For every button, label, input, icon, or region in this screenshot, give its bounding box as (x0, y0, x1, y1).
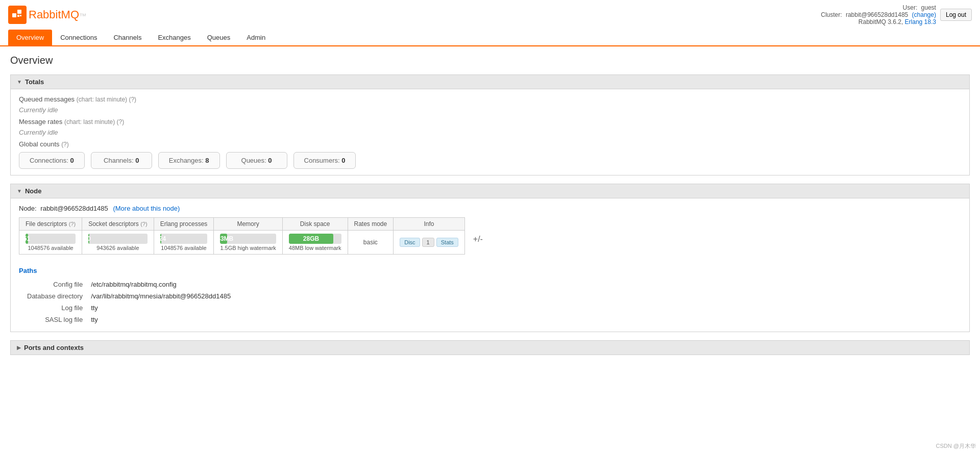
nav-item-channels[interactable]: Channels (105, 30, 150, 45)
totals-section-header[interactable]: ▼ Totals (10, 74, 970, 89)
socket-desc-cell: 0 943626 available (82, 231, 154, 255)
th-memory: Memory (214, 218, 282, 231)
nav-item-overview[interactable]: Overview (8, 30, 52, 45)
memory-cell: 143MB 1.5GB high watermark (214, 231, 282, 255)
th-rates-mode: Rates mode (348, 218, 394, 231)
exchanges-count: Exchanges: 8 (158, 152, 220, 169)
consumers-count: Consumers: 0 (293, 152, 356, 169)
ports-chevron-icon: ▶ (17, 345, 21, 350)
sasl-log-label: SASL log file (27, 314, 91, 325)
rates-mode-cell: basic (348, 231, 394, 255)
global-help: (?) (61, 141, 69, 148)
socket-desc-sub: 943626 available (88, 245, 148, 251)
log-file-row: Log file tty (27, 302, 237, 314)
erlang-proc-cell: 224 1048576 available (154, 231, 214, 255)
node-section-header[interactable]: ▼ Node (10, 184, 970, 198)
nav: Overview Connections Channels Exchanges … (0, 30, 980, 46)
idle1-row: Currently idle (19, 106, 961, 114)
th-file-desc: File descriptors (?) (19, 218, 82, 231)
disc-button[interactable]: Disc (400, 238, 420, 247)
paths-table: Config file /etc/rabbitmq/rabbitmq.confi… (27, 279, 237, 325)
nav-item-exchanges[interactable]: Exchanges (150, 30, 199, 45)
totals-chevron-icon: ▼ (17, 79, 22, 85)
info-cell: Disc 1 Stats (394, 231, 465, 255)
node-chevron-icon: ▼ (17, 188, 22, 194)
sasl-log-value: tty (91, 314, 237, 325)
plus-minus-button[interactable]: +/- (469, 235, 487, 244)
database-dir-row: Database directory /var/lib/rabbitmq/mne… (27, 290, 237, 302)
version-info: RabbitMQ 3.6.2, Erlang 18.3 (859, 18, 936, 26)
logo-icon (8, 6, 27, 24)
totals-section-body: Queued messages (chart: last minute) (?)… (10, 89, 970, 175)
nav-item-connections[interactable]: Connections (52, 30, 105, 45)
file-desc-sub: 1048576 available (26, 245, 76, 251)
queued-messages-row: Queued messages (chart: last minute) (?) (19, 95, 961, 103)
memory-bar-container: 143MB (220, 234, 276, 244)
node-more-link[interactable]: (More about this node) (113, 205, 180, 212)
th-socket-desc: Socket descriptors (?) (82, 218, 154, 231)
queued-chart-info: (chart: last minute) (77, 96, 129, 103)
stats-button[interactable]: Stats (436, 238, 458, 247)
disk-space-bar: 28GB (289, 234, 333, 244)
consumers-value: 0 (341, 157, 345, 164)
node-name: rabbit@966528dd1485 (40, 205, 108, 212)
disk-space-cell: 28GB 48MB low watermark (282, 231, 348, 255)
channels-value: 0 (135, 157, 139, 164)
node-title: Node: rabbit@966528dd1485 (More about th… (19, 205, 961, 212)
log-file-label: Log file (27, 302, 91, 314)
paths-title[interactable]: Paths (19, 267, 961, 274)
info-buttons: Disc 1 Stats (400, 238, 458, 247)
queued-help: (?) (129, 96, 136, 103)
node-prefix: Node: (19, 205, 37, 212)
logout-button[interactable]: Log out (940, 9, 972, 21)
erlang-link[interactable]: Erlang 18.3 (905, 18, 936, 26)
nav-item-queues[interactable]: Queues (199, 30, 239, 45)
file-desc-cell: 51 1048576 available (19, 231, 82, 255)
file-desc-bar: 51 (26, 234, 28, 244)
message-rates-label: Message rates (19, 118, 62, 125)
connections-count: Connections: 0 (19, 152, 85, 169)
version-line: RabbitMQ 3.6.2, Erlang 18.3 (821, 18, 936, 26)
cluster-line: Cluster: rabbit@966528dd1485 (change) (821, 11, 936, 18)
num-button[interactable]: 1 (422, 238, 434, 247)
database-dir-label: Database directory (27, 290, 91, 302)
ports-section-header[interactable]: ▶ Ports and contexts (10, 340, 970, 355)
svg-rect-0 (12, 13, 16, 17)
memory-bar: 143MB (220, 234, 227, 244)
file-desc-bar-container: 51 (26, 234, 76, 244)
global-counts-label: Global counts (19, 140, 60, 148)
svg-rect-2 (17, 15, 19, 17)
th-info: Info (394, 218, 465, 231)
disk-space-sub: 48MB low watermark (289, 245, 341, 251)
user-name: guest (921, 4, 936, 11)
main-content: Overview ▼ Totals Queued messages (chart… (0, 46, 980, 363)
th-disk-space: Disk space (282, 218, 348, 231)
page-title: Overview (10, 55, 970, 66)
global-counts-row: Global counts (?) (19, 140, 961, 148)
node-section-label: Node (25, 187, 42, 195)
message-rates-row: Message rates (chart: last minute) (?) (19, 118, 961, 125)
idle2-row: Currently idle (19, 129, 961, 136)
erlang-proc-bar-container: 224 (160, 234, 208, 244)
connections-value: 0 (70, 157, 74, 164)
user-info-lines: User: guest Cluster: rabbit@966528dd1485… (821, 4, 936, 26)
queued-messages-label: Queued messages (19, 95, 75, 103)
user-line: User: guest (821, 4, 936, 11)
totals-section-label: Totals (25, 78, 44, 86)
log-file-value: tty (91, 302, 237, 314)
user-label: User: (903, 4, 918, 11)
nav-item-admin[interactable]: Admin (238, 30, 274, 45)
sasl-log-row: SASL log file tty (27, 314, 237, 325)
user-info: User: guest Cluster: rabbit@966528dd1485… (821, 4, 972, 26)
erlang-proc-bar: 224 (160, 234, 162, 244)
exchanges-value: 8 (205, 157, 209, 164)
cluster-change-link[interactable]: (change) (912, 11, 936, 18)
queues-count: Queues: 0 (226, 152, 287, 169)
config-file-value: /etc/rabbitmq/rabbitmq.config (91, 279, 237, 290)
ports-section-label: Ports and contexts (24, 344, 84, 351)
config-file-row: Config file /etc/rabbitmq/rabbitmq.confi… (27, 279, 237, 290)
rates-chart-info: (chart: last minute) (64, 118, 117, 125)
idle1-text: Currently idle (19, 106, 58, 114)
socket-desc-bar: 0 (88, 234, 89, 244)
idle2-text: Currently idle (19, 129, 58, 136)
